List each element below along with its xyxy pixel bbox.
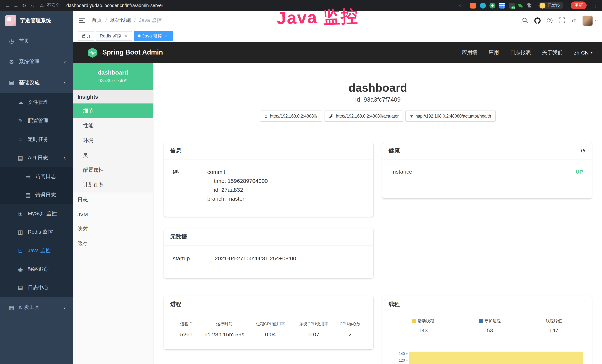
extension-grid-icon[interactable] bbox=[499, 2, 505, 8]
tab-java[interactable]: Java 监控 × bbox=[134, 31, 172, 41]
extensions-puzzle-icon[interactable] bbox=[526, 3, 532, 8]
sba-sidebar-item-mappings[interactable]: 映射 bbox=[73, 221, 153, 236]
sidebar-item-java[interactable]: ⊡ Java 监控 bbox=[0, 241, 73, 260]
app-logo-row[interactable]: 芋道管理系统 bbox=[0, 11, 73, 31]
health-card: 健康 ↺ Instance UP bbox=[382, 142, 592, 198]
sba-nav-journal[interactable]: 日志报表 bbox=[510, 49, 531, 56]
fullscreen-icon[interactable] bbox=[559, 17, 565, 23]
profile-chip[interactable]: 已暂停 bbox=[538, 2, 563, 9]
browser-menu-icon[interactable]: ⋮ bbox=[593, 2, 599, 8]
sba-sidebar-item-scheduledtasks[interactable]: 计划任务 bbox=[73, 178, 153, 193]
chevron-up-icon: ∧ bbox=[63, 156, 66, 160]
sidebar-item-mysql[interactable]: ⊞ MySQL 监控 bbox=[0, 204, 73, 223]
sidebar-item-redis[interactable]: ◫ Redis 监控 bbox=[0, 223, 73, 241]
sba-sidebar-item-classes[interactable]: 类 bbox=[73, 148, 153, 163]
sba-sidebar-item-configprops[interactable]: 配置属性 bbox=[73, 163, 153, 178]
sidebar-item-infra[interactable]: ▣ 基础设施 ∧ bbox=[0, 72, 73, 93]
extension-switch-icon[interactable]: on bbox=[509, 2, 515, 8]
threads-card: 线程 活动线程 bbox=[382, 296, 592, 364]
sba-sidebar-item-caches[interactable]: 缓存 bbox=[73, 236, 153, 251]
font-size-icon[interactable]: тT bbox=[571, 18, 576, 23]
process-card-header: 进程 bbox=[164, 296, 373, 313]
history-icon[interactable]: ↺ bbox=[580, 147, 585, 154]
info-key: git bbox=[173, 168, 207, 203]
hamburger-icon[interactable] bbox=[79, 17, 86, 24]
tools-icon: ▦ bbox=[8, 304, 15, 311]
process-uptime: 6d 23h 15m 59s bbox=[200, 331, 249, 337]
sba-frame: Spring Boot Admin 应用墙 应用 日志报表 关于我们 zh-CN… bbox=[73, 42, 602, 364]
heart-icon: ♥ bbox=[410, 114, 413, 119]
search-icon[interactable] bbox=[522, 17, 528, 23]
process-table: 进程ID 运行时间 进程CPU使用率 系统CPU使用率 CPU核心数 5261 … bbox=[173, 321, 365, 337]
chevron-down-icon: ∨ bbox=[63, 305, 66, 310]
sidebar-item-error-log[interactable]: ▤ 错误日志 bbox=[0, 186, 73, 204]
actuator-url-link[interactable]: http://192.168.0.2:48080/actuator bbox=[324, 110, 404, 122]
browser-update-button[interactable]: 更新 bbox=[571, 1, 587, 9]
extension-orange-icon[interactable] bbox=[470, 2, 476, 8]
browser-forward-icon[interactable]: → bbox=[12, 1, 20, 10]
extension-green-icon[interactable] bbox=[489, 2, 495, 8]
sidebar-item-home[interactable]: ◷ 首页 bbox=[0, 31, 73, 52]
sba-sidebar-item-jvm[interactable]: JVM bbox=[73, 207, 153, 221]
breadcrumb-home[interactable]: 首页 bbox=[92, 17, 102, 24]
tab-label: Java 监控 bbox=[142, 33, 162, 39]
extension-drop-icon[interactable] bbox=[480, 2, 486, 8]
wrench-icon bbox=[329, 114, 333, 118]
sidebar-item-files[interactable]: ☁ 文件管理 bbox=[0, 93, 73, 112]
browser-reload-icon[interactable]: ↻ bbox=[20, 1, 28, 10]
address-bar[interactable]: ⚠ 不安全 dashboard.yudao.iocoder.cn/infra/a… bbox=[40, 2, 457, 9]
y-axis-tick: 140 bbox=[399, 352, 405, 356]
metadata-card-body: startup 2021-04-27T00:44:31.254+08:00 bbox=[164, 246, 373, 275]
sidebar-item-config[interactable]: ✎ 配置管理 bbox=[0, 112, 73, 130]
sba-sidebar-item-environment[interactable]: 环境 bbox=[73, 133, 153, 148]
sidebar-item-devtools[interactable]: ▦ 研发工具 ∨ bbox=[0, 297, 73, 318]
sidebar-item-jobs[interactable]: ≡ 定时任务 bbox=[0, 130, 73, 149]
doc-icon: ▤ bbox=[17, 284, 24, 291]
user-menu[interactable]: ▾ bbox=[583, 15, 596, 25]
sba-instance-header[interactable]: dashboard 93a3fc7f7409 bbox=[73, 63, 153, 90]
sba-nav-applications[interactable]: 应用 bbox=[489, 49, 499, 56]
app-title: 芋道管理系统 bbox=[20, 17, 51, 24]
info-row-git: git commit: time: 1596289704000 id: 27aa… bbox=[173, 165, 365, 208]
sidebar-item-tracing[interactable]: ◉ 链路追踪 bbox=[0, 260, 73, 278]
sidebar-item-system[interactable]: ⚙ 系统管理 ∨ bbox=[0, 52, 73, 72]
legend-value: 147 bbox=[549, 327, 559, 333]
service-url-link[interactable]: ⌂ http://192.168.0.2:48080/ bbox=[260, 110, 322, 122]
tab-home[interactable]: 首页 bbox=[78, 31, 94, 41]
process-col-header: 系统CPU使用率 bbox=[292, 321, 336, 327]
sba-nav-about[interactable]: 关于我们 bbox=[542, 49, 563, 56]
extension-leaf-icon[interactable] bbox=[518, 3, 523, 8]
sba-sidebar-item-logs[interactable]: 日志 bbox=[73, 193, 153, 207]
sba-brand[interactable]: Spring Boot Admin bbox=[87, 47, 163, 58]
address-divider bbox=[63, 3, 64, 8]
sba-sidebar-item-metrics[interactable]: 性能 bbox=[73, 118, 153, 133]
sba-content: dashboard Id: 93a3fc7f7409 ⌂ http://192.… bbox=[153, 63, 602, 364]
close-icon[interactable]: × bbox=[123, 33, 128, 39]
browser-back-icon[interactable]: ← bbox=[4, 1, 12, 10]
breadcrumb-current: Java 监控 bbox=[139, 17, 162, 24]
sidebar-item-log-center[interactable]: ▤ 日志中心 bbox=[0, 278, 73, 297]
sba-navbar: Spring Boot Admin 应用墙 应用 日志报表 关于我们 zh-CN… bbox=[73, 42, 602, 63]
threads-chart: 140 120 100 bbox=[390, 351, 584, 364]
info-card-header: 信息 bbox=[164, 142, 373, 160]
browser-home-icon[interactable]: ⌂ bbox=[28, 1, 36, 10]
sidebar-item-api-log[interactable]: ▤ API 日志 ∧ bbox=[0, 149, 73, 167]
security-warning-icon[interactable]: ⚠ bbox=[40, 3, 44, 8]
github-icon[interactable] bbox=[534, 17, 541, 23]
sidebar-item-access-log[interactable]: ▤ 访问日志 bbox=[0, 167, 73, 186]
sba-sidebar-item-details[interactable]: 细节 bbox=[73, 104, 153, 118]
tab-redis[interactable]: Redis 监控 × bbox=[96, 31, 132, 41]
threads-card-header: 线程 bbox=[382, 296, 592, 313]
url-text[interactable]: dashboard.yudao.iocoder.cn/infra/admin-s… bbox=[66, 3, 163, 8]
breadcrumb-infra[interactable]: 基础设施 bbox=[110, 17, 131, 24]
sba-nav-wallboard[interactable]: 应用墙 bbox=[462, 49, 478, 56]
close-icon[interactable]: × bbox=[164, 33, 169, 39]
app-header: 首页 / 基础设施 / Java 监控 ? bbox=[73, 11, 602, 30]
bookmark-star-icon[interactable]: ☆ bbox=[457, 1, 465, 10]
metadata-row-startup: startup 2021-04-27T00:44:31.254+08:00 bbox=[173, 251, 365, 266]
help-icon[interactable]: ? bbox=[547, 18, 552, 23]
security-label[interactable]: 不安全 bbox=[47, 2, 60, 9]
health-url-link[interactable]: ♥ http://192.168.0.2:48080/actuator/heal… bbox=[406, 110, 496, 122]
sba-locale-select[interactable]: zh-CN ▾ bbox=[574, 50, 592, 55]
legend-peak-threads: 线程峰值 147 bbox=[546, 318, 562, 333]
